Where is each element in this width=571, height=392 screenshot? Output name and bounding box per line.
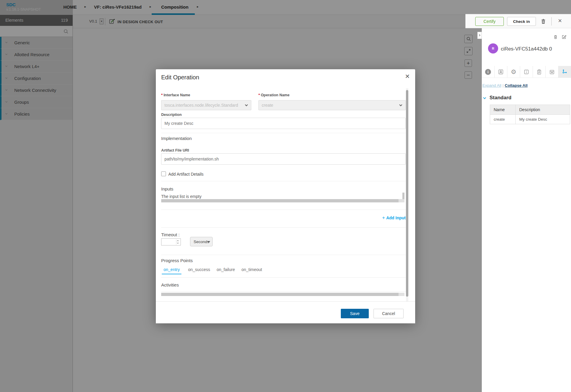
activities-heading: Activities [161, 282, 179, 287]
info-square-icon [523, 69, 529, 75]
artifact-file-uri-input[interactable] [161, 153, 406, 165]
modal-scrollbar-thumb[interactable] [406, 90, 408, 297]
workspace-action-bar: Certify Check in × [465, 14, 571, 28]
tab-info[interactable]: i [482, 66, 495, 78]
component-avatar: R [488, 43, 498, 53]
actionbar-separator [551, 17, 552, 26]
chevron-down-icon [483, 96, 486, 99]
description-input[interactable] [161, 118, 406, 129]
timeout-unit-select[interactable]: Seconds [190, 237, 213, 246]
operation-name-cell: create [490, 115, 516, 124]
timeout-label: Timeout : [161, 232, 180, 237]
required-asterisk: * [258, 93, 260, 97]
plus-icon: + [382, 215, 385, 221]
clipboard-icon [536, 69, 542, 75]
edit-icon [561, 34, 567, 40]
workflow-network-icon [562, 69, 568, 75]
divider [161, 133, 406, 133]
divider [161, 210, 406, 210]
divider [161, 181, 406, 181]
add-input-button[interactable]: +Add Input [382, 215, 406, 221]
column-header-description: Description [516, 105, 570, 115]
info-icon: i [485, 69, 491, 75]
tab-on-success[interactable]: on_success [188, 267, 210, 274]
component-details-panel: R ciRes-VFC51a442db 0 i ⚙ [482, 28, 571, 392]
modal-scrollbar-track [406, 88, 408, 301]
activities-horizontal-scrollbar[interactable] [161, 293, 404, 296]
check-in-button[interactable]: Check in [507, 17, 536, 26]
modal-body: *Interface Name *Operation Name tosca.in… [156, 88, 415, 301]
sdc-app: SDC v.1.16.1-SNAPSHOT HOME ▸ VF: ciRes-V… [0, 0, 571, 392]
operation-name-label: *Operation Name [258, 93, 289, 97]
tab-requirements-capabilities[interactable] [533, 66, 546, 78]
modal-title: Edit Operation [161, 74, 199, 81]
tab-operations[interactable] [559, 66, 571, 78]
tab-information-artifacts[interactable] [520, 66, 533, 78]
divider [161, 277, 406, 278]
spinner-up-icon [177, 240, 179, 242]
inputs-horizontal-scrollbar[interactable] [161, 199, 404, 202]
artifact-file-uri-label: Artifact File URI [161, 148, 189, 152]
tab-on-failure[interactable]: on_failure [217, 267, 235, 274]
column-header-name: Name [490, 105, 516, 115]
inputs-heading: Inputs [161, 186, 173, 191]
tab-deployment[interactable] [546, 66, 559, 78]
badge-icon [498, 69, 504, 75]
add-artifact-details-label: Add Artifact Details [168, 172, 203, 177]
operation-description-cell: My create Desc [516, 115, 570, 124]
delete-component-button[interactable] [553, 34, 558, 41]
inputs-vertical-scrollbar[interactable] [402, 193, 404, 199]
panel-tab-bar: i ⚙ [482, 66, 571, 78]
operations-table: Name Description create My create Desc [490, 105, 570, 124]
chevron-right-icon [478, 34, 480, 36]
expand-all-link[interactable]: Expand All [482, 83, 501, 88]
interface-name-label: *Interface Name [161, 93, 190, 97]
add-artifact-details-checkbox[interactable] [161, 171, 166, 176]
progress-points-heading: Progress Points [161, 258, 193, 263]
expand-collapse-links: Expand All|Collapse All [482, 83, 528, 88]
progress-points-tabs: on_entry on_success on_failure on_timeou… [162, 267, 262, 274]
modal-footer: Save Cancel [156, 301, 415, 323]
edit-operation-modal: Edit Operation ✕ *Interface Name *Operat… [156, 69, 415, 323]
required-asterisk: * [161, 93, 163, 97]
gear-icon: ⚙ [511, 69, 517, 75]
trash-icon [553, 34, 558, 40]
component-title: ciRes-VFC51a442db 0 [501, 46, 552, 52]
close-workspace-button[interactable]: × [555, 16, 565, 26]
table-row[interactable]: create My create Desc [490, 115, 570, 124]
collapse-all-link[interactable]: Collapse All [505, 83, 528, 88]
description-label: Description [161, 113, 182, 117]
save-button[interactable]: Save [341, 309, 369, 318]
tab-artifacts[interactable] [495, 66, 507, 78]
divider [161, 227, 406, 228]
certify-button[interactable]: Certify [475, 17, 504, 26]
interface-name-select[interactable]: tosca.interfaces.node.lifecycle.Standard [161, 100, 251, 110]
tab-on-timeout[interactable]: on_timeout [241, 267, 262, 274]
tab-on-entry[interactable]: on_entry [162, 267, 181, 274]
implementation-heading: Implementation [161, 136, 192, 141]
chevron-down-icon [399, 103, 402, 106]
section-title: Standard [490, 95, 512, 101]
operation-name-select[interactable]: create [258, 100, 406, 110]
modal-close-button[interactable]: ✕ [403, 72, 412, 81]
chevron-down-icon [245, 103, 248, 106]
archive-box-icon [549, 69, 555, 75]
delete-button[interactable] [540, 18, 546, 26]
divider [161, 291, 406, 292]
number-spinner[interactable] [176, 239, 180, 245]
trash-icon [540, 18, 546, 24]
link-separator: | [503, 83, 504, 88]
edit-component-button[interactable] [561, 34, 567, 41]
tab-settings[interactable]: ⚙ [507, 66, 520, 78]
cancel-button[interactable]: Cancel [374, 309, 404, 318]
inputs-empty-message: The input list is empty [161, 194, 201, 199]
table-header-row: Name Description [490, 105, 570, 115]
spinner-down-icon [177, 242, 179, 244]
timeout-input[interactable] [161, 238, 181, 245]
divider [161, 255, 406, 255]
panel-collapse-toggle[interactable] [477, 32, 482, 39]
